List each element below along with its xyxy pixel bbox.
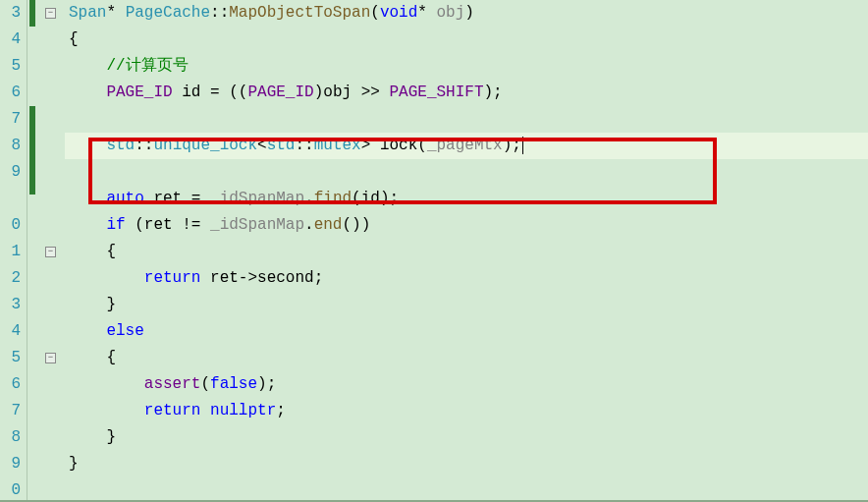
- line-number: 0: [0, 477, 21, 502]
- token-keyword: auto: [106, 190, 143, 207]
- fold-gutter: − − −: [37, 0, 65, 502]
- text-caret: [522, 137, 523, 154]
- fold-toggle[interactable]: −: [45, 247, 56, 257]
- code-line-current[interactable]: std::unique_lock<std::mutex> lock(_pageM…: [65, 133, 868, 159]
- token-function: end: [314, 216, 343, 234]
- token-op: ::: [210, 4, 229, 22]
- code-line[interactable]: auto ret = _idSpanMap.find(id);: [65, 186, 868, 212]
- token-member: _idSpanMap: [210, 216, 304, 234]
- line-number: 5: [0, 345, 21, 371]
- code-line[interactable]: }: [65, 451, 868, 477]
- code-line[interactable]: {: [65, 345, 868, 371]
- line-number: 5: [0, 53, 21, 80]
- line-number: 3: [0, 0, 21, 27]
- line-number: 9: [0, 159, 21, 186]
- change-marker: [29, 0, 35, 27]
- line-number-gutter: 3 4 5 6 7 8 9 0 1 2 3 4 5 6 7 8 9 0: [0, 0, 27, 502]
- token-macro: PAGE_ID: [247, 84, 313, 101]
- code-line[interactable]: //计算页号: [65, 53, 868, 80]
- token-macro: assert: [144, 375, 201, 393]
- code-line[interactable]: {: [65, 239, 868, 265]
- line-number: 0: [0, 212, 21, 239]
- code-line[interactable]: PAGE_ID id = ((PAGE_ID)obj >> PAGE_SHIFT…: [65, 80, 868, 106]
- line-number: 7: [0, 106, 21, 133]
- token-macro: PAGE_ID: [106, 84, 172, 101]
- line-number: 6: [0, 371, 21, 398]
- line-number: 7: [0, 398, 21, 424]
- line-number: 6: [0, 80, 21, 106]
- token-macro: PAGE_SHIFT: [390, 84, 484, 101]
- code-line[interactable]: }: [65, 424, 868, 451]
- code-line[interactable]: [65, 159, 868, 186]
- token-namespace: std: [106, 137, 135, 154]
- code-editor[interactable]: 3 4 5 6 7 8 9 0 1 2 3 4 5 6 7 8 9 0 − − …: [0, 0, 868, 502]
- token-param: obj: [437, 4, 465, 22]
- token-member: _pageMtx: [427, 137, 503, 154]
- line-number: 4: [0, 27, 21, 53]
- token-op: *: [106, 4, 116, 22]
- token-keyword: void: [380, 4, 417, 22]
- line-number: [0, 186, 21, 212]
- token-keyword: return: [144, 269, 201, 287]
- code-line[interactable]: {: [65, 27, 868, 53]
- line-number: 2: [0, 265, 21, 292]
- token-function: find: [314, 190, 352, 207]
- token-comment: //计算页号: [106, 57, 188, 75]
- token-class: PageCache: [126, 4, 210, 22]
- code-line[interactable]: return ret->second;: [65, 265, 868, 292]
- code-line[interactable]: }: [65, 292, 868, 318]
- code-line[interactable]: Span* PageCache::MapObjectToSpan(void* o…: [65, 0, 868, 27]
- token-keyword: return: [144, 402, 201, 419]
- token-type: mutex: [314, 137, 361, 154]
- line-number: 8: [0, 424, 21, 451]
- line-number: 1: [0, 239, 21, 265]
- token-keyword: else: [106, 322, 143, 340]
- line-number: 8: [0, 133, 21, 159]
- token-namespace: std: [267, 137, 296, 154]
- fold-toggle[interactable]: −: [45, 8, 56, 19]
- code-line[interactable]: if (ret != _idSpanMap.end()): [65, 212, 868, 239]
- line-number: 3: [0, 292, 21, 318]
- token-keyword: false: [210, 375, 257, 393]
- token-member: _idSpanMap: [210, 190, 304, 207]
- line-number: 4: [0, 318, 21, 345]
- code-line[interactable]: assert(false);: [65, 371, 868, 398]
- token-type: unique_lock: [153, 137, 257, 154]
- fold-toggle[interactable]: −: [45, 353, 56, 363]
- token-keyword: nullptr: [210, 402, 276, 419]
- line-number: 9: [0, 451, 21, 477]
- token-type: Span: [69, 4, 106, 22]
- code-area[interactable]: Span* PageCache::MapObjectToSpan(void* o…: [65, 0, 868, 502]
- code-line[interactable]: [65, 106, 868, 133]
- token-keyword: if: [106, 216, 125, 234]
- change-indicator-bar: [27, 0, 37, 502]
- change-marker: [29, 106, 35, 195]
- token-function: MapObjectToSpan: [229, 4, 370, 22]
- code-line[interactable]: else: [65, 318, 868, 345]
- code-line[interactable]: return nullptr;: [65, 398, 868, 424]
